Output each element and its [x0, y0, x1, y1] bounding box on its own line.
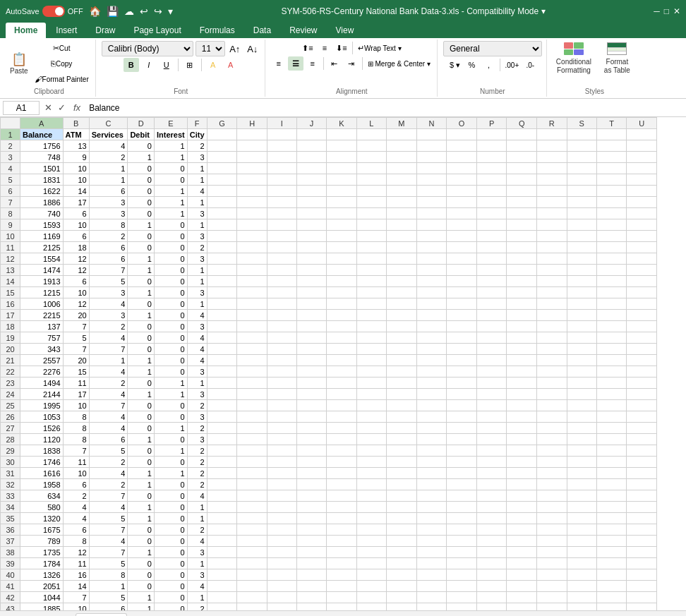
empty-cell[interactable]: [476, 592, 506, 603]
empty-cell[interactable]: [387, 513, 417, 524]
empty-cell[interactable]: [567, 592, 596, 603]
cell-r2c3[interactable]: 4: [89, 140, 128, 152]
empty-cell[interactable]: [567, 321, 596, 332]
empty-cell[interactable]: [267, 174, 296, 186]
row-num-11[interactable]: 11: [1, 242, 20, 253]
empty-cell[interactable]: [237, 186, 267, 197]
font-size-select[interactable]: 11 89101214: [195, 41, 225, 56]
empty-cell[interactable]: [237, 129, 267, 140]
empty-cell[interactable]: [296, 208, 326, 219]
empty-cell[interactable]: [416, 468, 447, 479]
empty-cell[interactable]: [207, 321, 237, 332]
row-num-21[interactable]: 21: [1, 355, 20, 366]
cell-r13c4[interactable]: 1: [128, 265, 155, 276]
save-icon[interactable]: 💾: [107, 6, 119, 17]
empty-cell[interactable]: [296, 174, 326, 186]
empty-cell[interactable]: [627, 163, 657, 174]
empty-cell[interactable]: [296, 502, 326, 513]
empty-cell[interactable]: [296, 581, 326, 592]
minimize-icon[interactable]: ─: [654, 6, 660, 16]
empty-cell[interactable]: [207, 524, 237, 536]
cell-r18c3[interactable]: 2: [89, 321, 128, 332]
empty-cell[interactable]: [627, 219, 657, 231]
cell-r21c3[interactable]: 1: [89, 355, 128, 366]
empty-cell[interactable]: [296, 378, 326, 389]
empty-cell[interactable]: [207, 344, 237, 355]
redo-icon[interactable]: ↪: [154, 6, 162, 17]
empty-cell[interactable]: [567, 423, 596, 434]
empty-cell[interactable]: [327, 423, 356, 434]
cell-r14c1[interactable]: 1913: [20, 276, 64, 287]
row-num-20[interactable]: 20: [1, 344, 20, 355]
row-num-32[interactable]: 32: [1, 479, 20, 490]
empty-cell[interactable]: [237, 479, 267, 490]
borders-button[interactable]: ⊞: [182, 58, 198, 72]
empty-cell[interactable]: [627, 524, 657, 536]
cell-r3c2[interactable]: 9: [63, 152, 89, 163]
empty-cell[interactable]: [597, 400, 627, 411]
empty-cell[interactable]: [447, 310, 477, 321]
empty-cell[interactable]: [207, 592, 237, 603]
empty-cell[interactable]: [476, 276, 506, 287]
cell-r20c1[interactable]: 343: [20, 344, 64, 355]
empty-cell[interactable]: [237, 163, 267, 174]
empty-cell[interactable]: [267, 344, 296, 355]
empty-cell[interactable]: [536, 536, 567, 547]
empty-cell[interactable]: [567, 219, 596, 231]
empty-cell[interactable]: [267, 355, 296, 366]
empty-cell[interactable]: [387, 332, 417, 344]
empty-cell[interactable]: [476, 219, 506, 231]
cell-r20c5[interactable]: 0: [154, 344, 187, 355]
empty-cell[interactable]: [267, 457, 296, 468]
tab-home[interactable]: Home: [6, 23, 46, 38]
empty-cell[interactable]: [627, 231, 657, 242]
cell-r36c1[interactable]: 1675: [20, 524, 64, 536]
italic-button[interactable]: I: [141, 58, 157, 72]
empty-cell[interactable]: [567, 603, 596, 611]
empty-cell[interactable]: [536, 129, 567, 140]
empty-cell[interactable]: [507, 321, 537, 332]
empty-cell[interactable]: [327, 163, 356, 174]
cell-r23c3[interactable]: 2: [89, 378, 128, 389]
row-num-17[interactable]: 17: [1, 310, 20, 321]
empty-cell[interactable]: [447, 152, 477, 163]
empty-cell[interactable]: [447, 140, 477, 152]
cell-r22c2[interactable]: 15: [63, 366, 89, 378]
empty-cell[interactable]: [627, 445, 657, 457]
empty-cell[interactable]: [476, 536, 506, 547]
empty-cell[interactable]: [627, 321, 657, 332]
cell-r8c6[interactable]: 3: [187, 208, 207, 219]
cell-r6c5[interactable]: 1: [154, 186, 187, 197]
empty-cell[interactable]: [536, 366, 567, 378]
empty-cell[interactable]: [507, 140, 537, 152]
cell-r25c3[interactable]: 7: [89, 400, 128, 411]
empty-cell[interactable]: [416, 332, 447, 344]
col-header-M[interactable]: M: [387, 118, 417, 129]
empty-cell[interactable]: [237, 298, 267, 310]
cell-r41c4[interactable]: 0: [128, 581, 155, 592]
empty-cell[interactable]: [476, 490, 506, 502]
empty-cell[interactable]: [237, 174, 267, 186]
cell-r27c3[interactable]: 4: [89, 423, 128, 434]
header-cell-City[interactable]: City: [187, 129, 207, 140]
cell-r17c5[interactable]: 0: [154, 310, 187, 321]
empty-cell[interactable]: [356, 310, 386, 321]
empty-cell[interactable]: [327, 378, 356, 389]
empty-cell[interactable]: [237, 502, 267, 513]
empty-cell[interactable]: [267, 321, 296, 332]
cell-r41c3[interactable]: 1: [89, 581, 128, 592]
cell-r5c5[interactable]: 0: [154, 174, 187, 186]
empty-cell[interactable]: [447, 569, 477, 581]
row-num-27[interactable]: 27: [1, 423, 20, 434]
empty-cell[interactable]: [296, 569, 326, 581]
empty-cell[interactable]: [507, 457, 537, 468]
empty-cell[interactable]: [416, 400, 447, 411]
empty-cell[interactable]: [296, 434, 326, 445]
empty-cell[interactable]: [447, 332, 477, 344]
empty-cell[interactable]: [296, 558, 326, 569]
cell-r14c3[interactable]: 5: [89, 276, 128, 287]
tab-view[interactable]: View: [327, 23, 363, 38]
empty-cell[interactable]: [416, 513, 447, 524]
empty-cell[interactable]: [296, 592, 326, 603]
cell-r15c2[interactable]: 10: [63, 287, 89, 298]
